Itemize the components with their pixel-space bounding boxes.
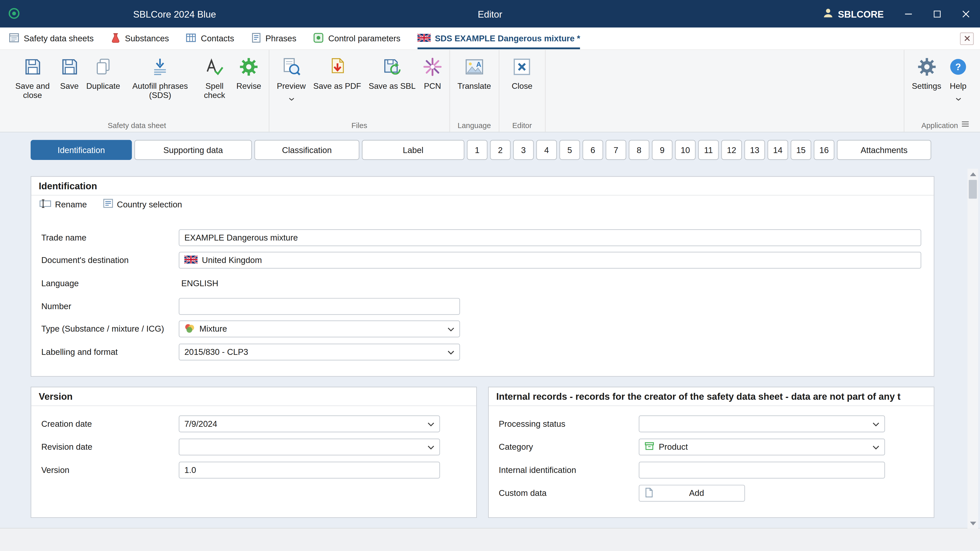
number-row: Number bbox=[41, 298, 921, 315]
section-tab-4[interactable]: 4 bbox=[536, 140, 557, 160]
section-tab-7[interactable]: 7 bbox=[606, 140, 626, 160]
rename-icon bbox=[39, 199, 51, 210]
trade-name-row: Trade name bbox=[41, 229, 921, 246]
section-tab-3[interactable]: 3 bbox=[513, 140, 534, 160]
minimize-button[interactable] bbox=[894, 0, 923, 27]
close-editor-icon bbox=[513, 56, 531, 78]
section-tab-attachments[interactable]: Attachments bbox=[837, 140, 931, 160]
category-dropdown[interactable]: Product bbox=[639, 438, 885, 455]
section-tab-label[interactable]: Label bbox=[362, 140, 465, 160]
tab-safety-data-sheets[interactable]: Safety data sheets bbox=[9, 27, 94, 49]
status-bar bbox=[0, 528, 980, 551]
section-tab-1[interactable]: 1 bbox=[467, 140, 487, 160]
identification-panel-title: Identification bbox=[31, 177, 934, 195]
document-icon bbox=[644, 487, 654, 499]
tab-control-parameters[interactable]: Control parameters bbox=[313, 27, 401, 49]
creation-date-dropdown[interactable]: 7/9/2024 bbox=[179, 416, 440, 432]
section-tab-2[interactable]: 2 bbox=[490, 140, 511, 160]
group-label-editor: Editor bbox=[499, 121, 545, 130]
svg-text:?: ? bbox=[955, 62, 961, 72]
translate-button[interactable]: A Translate bbox=[454, 51, 495, 91]
uk-flag-icon bbox=[417, 33, 430, 43]
settings-gear-icon bbox=[917, 56, 936, 78]
svg-text:A: A bbox=[476, 60, 481, 68]
ribbon-group-editor: Close Editor bbox=[499, 50, 546, 132]
tab-contacts[interactable]: Contacts bbox=[186, 27, 234, 49]
section-tab-13[interactable]: 13 bbox=[745, 140, 765, 160]
processing-status-row: Processing status bbox=[499, 416, 921, 432]
vertical-scrollbar[interactable] bbox=[967, 168, 978, 529]
tab-sds-document-active[interactable]: SDS EXAMPLE Dangerous mixture * bbox=[417, 27, 580, 49]
section-tab-15[interactable]: 15 bbox=[791, 140, 811, 160]
autofill-phrases-button[interactable]: Autofill phrases (SDS) bbox=[124, 51, 196, 100]
maximize-button[interactable] bbox=[923, 0, 951, 27]
product-category-icon bbox=[644, 441, 654, 453]
version-input[interactable] bbox=[179, 462, 440, 478]
section-tab-5[interactable]: 5 bbox=[559, 140, 580, 160]
revision-date-dropdown[interactable] bbox=[179, 438, 440, 455]
processing-status-dropdown[interactable] bbox=[639, 416, 885, 432]
section-tab-6[interactable]: 6 bbox=[582, 140, 603, 160]
save-and-close-icon bbox=[23, 56, 42, 78]
internal-identification-input[interactable] bbox=[639, 462, 885, 478]
add-custom-data-button[interactable]: Add bbox=[639, 485, 745, 502]
chevron-down-icon bbox=[428, 419, 434, 429]
scrollbar-thumb[interactable] bbox=[969, 180, 977, 198]
section-tab-supporting-data[interactable]: Supporting data bbox=[135, 140, 252, 160]
section-tab-identification[interactable]: Identification bbox=[30, 140, 132, 160]
uk-flag-icon bbox=[184, 255, 197, 265]
user-name: SBLCORE bbox=[838, 8, 884, 19]
contacts-icon bbox=[186, 32, 197, 44]
dialog-launcher-icon[interactable] bbox=[962, 118, 969, 129]
close-document-tab-button[interactable] bbox=[960, 32, 974, 44]
pcn-button[interactable]: PCN bbox=[419, 51, 445, 91]
chevron-down-icon bbox=[447, 324, 454, 333]
internal-records-panel: Internal records - records for the creat… bbox=[488, 387, 935, 518]
chevron-down-icon bbox=[447, 348, 454, 357]
app-window: SBLCore 2024 Blue Editor SBLCORE Safet bbox=[0, 0, 980, 551]
section-tab-14[interactable]: 14 bbox=[767, 140, 788, 160]
section-tab-classification[interactable]: Classification bbox=[255, 140, 360, 160]
type-row: Type (Substance / mixture / ICG) Mixture bbox=[41, 321, 921, 337]
close-window-button[interactable] bbox=[951, 0, 980, 27]
country-selection-button[interactable]: Country selection bbox=[103, 199, 182, 210]
group-label-language: Language bbox=[450, 121, 498, 130]
help-button[interactable]: ? Help bbox=[945, 51, 971, 103]
chevron-down-icon bbox=[428, 442, 434, 452]
section-tab-16[interactable]: 16 bbox=[814, 140, 835, 160]
scroll-up-arrow[interactable] bbox=[967, 168, 978, 179]
scroll-down-arrow[interactable] bbox=[967, 518, 978, 529]
close-editor-button[interactable]: Close bbox=[508, 51, 536, 91]
preview-button[interactable]: Preview bbox=[273, 51, 310, 103]
autofill-icon bbox=[151, 56, 169, 78]
save-as-sbl-button[interactable]: Save as SBL bbox=[365, 51, 419, 91]
type-dropdown[interactable]: Mixture bbox=[179, 321, 460, 337]
ribbon-group-files: Preview Save as PDF Save as SBL PCN File… bbox=[269, 50, 450, 132]
revise-button[interactable]: Revise bbox=[233, 51, 265, 91]
translate-icon: A bbox=[465, 56, 484, 78]
tab-substances[interactable]: Substances bbox=[110, 27, 169, 49]
save-as-pdf-button[interactable]: Save as PDF bbox=[310, 51, 365, 91]
section-tab-11[interactable]: 11 bbox=[698, 140, 719, 160]
category-row: Category Product bbox=[499, 438, 921, 455]
user-account[interactable]: SBLCORE bbox=[822, 7, 884, 20]
mixture-icon bbox=[184, 323, 195, 335]
save-button[interactable]: Save bbox=[56, 51, 83, 91]
spell-check-button[interactable]: Spell check bbox=[196, 51, 232, 100]
trade-name-input[interactable] bbox=[179, 229, 921, 246]
section-tab-8[interactable]: 8 bbox=[629, 140, 649, 160]
identification-panel: Identification Rename Country selection … bbox=[30, 176, 934, 377]
section-tab-10[interactable]: 10 bbox=[675, 140, 696, 160]
rename-button[interactable]: Rename bbox=[39, 199, 87, 210]
destination-field[interactable]: United Kingdom bbox=[179, 252, 921, 268]
section-tab-12[interactable]: 12 bbox=[721, 140, 742, 160]
section-tab-9[interactable]: 9 bbox=[652, 140, 673, 160]
tab-phrases[interactable]: Phrases bbox=[251, 27, 297, 49]
flask-icon bbox=[110, 32, 121, 44]
save-and-close-button[interactable]: Save and close bbox=[9, 51, 56, 100]
number-input[interactable] bbox=[179, 298, 460, 315]
labelling-dropdown[interactable]: 2015/830 - CLP3 bbox=[179, 344, 460, 360]
duplicate-button[interactable]: Duplicate bbox=[83, 51, 124, 91]
language-row: Language ENGLISH bbox=[41, 275, 921, 292]
settings-button[interactable]: Settings bbox=[908, 51, 945, 91]
